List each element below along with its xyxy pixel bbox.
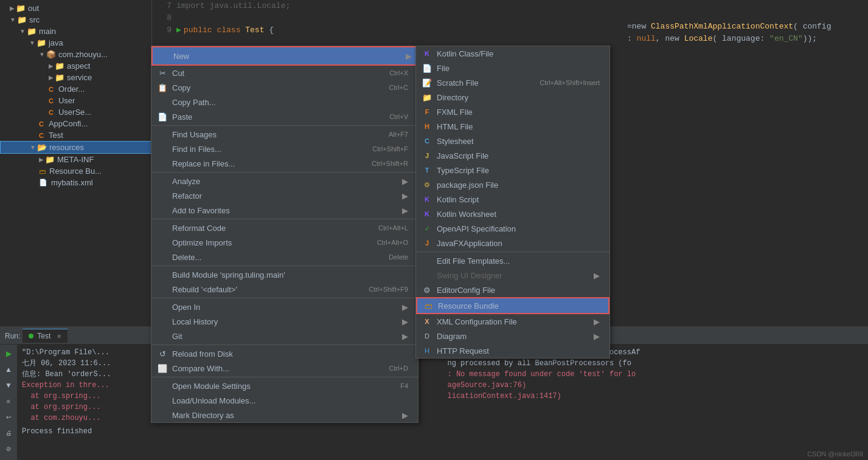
menu-item-add-to-favorites[interactable]: Add to Favorites ▶ (151, 203, 418, 218)
module-settings-icon (156, 381, 168, 391)
run-gutter-icon[interactable]: ▶ (176, 24, 181, 36)
run-filter-btn[interactable]: ≡ (2, 394, 15, 408)
menu-item-analyze[interactable]: Analyze ▶ (151, 174, 418, 188)
tree-item-appconfi[interactable]: C AppConfi... (0, 118, 151, 129)
menu-item-mark-dir[interactable]: Mark Directory as ▶ (151, 408, 418, 422)
sep2 (151, 172, 418, 173)
tree-item-resource-bu[interactable]: 🗃 Resource Bu... (0, 165, 151, 177)
submenu-item-http-request[interactable]: H HTTP Request (416, 343, 609, 358)
run-down-btn[interactable]: ▼ (2, 379, 15, 392)
menu-label-rebuild: Rebuild '<default>' (172, 285, 356, 294)
console-process-finished: Process finished (22, 426, 438, 437)
java-icon-order: C (49, 86, 54, 93)
submenu-item-directory[interactable]: 📁 Directory (416, 90, 609, 105)
tree-item-user[interactable]: C User (0, 95, 151, 106)
copy-icon: 📋 (156, 83, 168, 92)
run-wrap-btn[interactable]: ↩ (2, 410, 15, 424)
menu-item-git[interactable]: Git ▶ (151, 329, 418, 343)
tree-label-java: java (49, 38, 63, 47)
submenu-item-xml-config[interactable]: X XML Configuration File ▶ (416, 314, 609, 329)
menu-item-copy[interactable]: 📋 Copy Ctrl+C (151, 80, 418, 95)
submenu-item-stylesheet[interactable]: C Stylesheet (416, 134, 609, 148)
delete-icon (156, 252, 168, 262)
submenu-item-package-json[interactable]: ⚙ package.json File (416, 177, 609, 192)
line-num-7: 7 (155, 0, 176, 12)
tree-item-java[interactable]: ▼ 📁 java (0, 37, 151, 49)
menu-item-find-in-files[interactable]: Find in Files... Ctrl+Shift+F (151, 142, 418, 156)
tree-item-test[interactable]: C Test (0, 129, 151, 141)
menu-item-compare-with[interactable]: ⬜ Compare With... Ctrl+D (151, 361, 418, 376)
folder-icon-out: 📁 (16, 4, 26, 13)
menu-label-paste: Paste (172, 112, 377, 122)
run-clear-btn[interactable]: ⊘ (2, 442, 15, 455)
menu-item-module-settings[interactable]: Open Module Settings F4 (151, 379, 418, 393)
menu-item-rebuild[interactable]: Rebuild '<default>' Ctrl+Shift+F9 (151, 282, 418, 297)
menu-item-build-module[interactable]: Build Module 'spring.tuling.main' (151, 267, 418, 282)
menu-item-reload[interactable]: ↺ Reload from Disk (151, 346, 418, 361)
tree-label-com: com.zhouyu... (58, 50, 108, 59)
mark-dir-icon (156, 410, 168, 420)
tree-label-resources: resources (49, 143, 84, 152)
tree-item-userse[interactable]: C UserSe... (0, 106, 151, 118)
favorites-icon (156, 205, 168, 215)
analyze-arrow: ▶ (402, 177, 408, 186)
submenu-label-kotlin-script: Kotlin Script (437, 195, 600, 204)
submenu-item-javascript[interactable]: J JavaScript File (416, 148, 609, 163)
code-line-7: 7 import java.util.Locale; (152, 0, 868, 12)
submenu-item-kotlin-script[interactable]: K Kotlin Script (416, 192, 609, 207)
run-play-btn[interactable]: ▶ (2, 347, 15, 360)
menu-item-load-unload[interactable]: Load/Unload Modules... (151, 393, 418, 408)
menu-item-refactor[interactable]: Refactor ▶ (151, 188, 418, 203)
submenu-item-html[interactable]: H HTML File (416, 119, 609, 134)
submenu-item-edit-templates[interactable]: Edit File Templates... (416, 253, 609, 268)
tree-item-out[interactable]: ▶ 📁 out (0, 2, 151, 14)
submenu-item-kotlin-worksheet[interactable]: K Kotlin Worksheet (416, 207, 609, 221)
submenu-item-diagram[interactable]: D Diagram ▶ (416, 329, 609, 343)
tree-item-resources[interactable]: ▼ 📂 resources (0, 141, 151, 154)
menu-item-replace-in-files[interactable]: Replace in Files... Ctrl+Shift+R (151, 156, 418, 171)
new-icon (158, 51, 170, 61)
tree-item-mybatis-xml[interactable]: 📄 mybatis.xml (0, 177, 151, 188)
run-tab[interactable]: Test ✕ (23, 329, 68, 343)
tree-item-com-zhouyu[interactable]: ▼ 📦 com.zhouyu... (0, 49, 151, 60)
submenu-item-typescript[interactable]: T TypeScript File (416, 163, 609, 177)
submenu-item-fxml[interactable]: F FXML File (416, 105, 609, 119)
menu-item-delete[interactable]: Delete... Delete (151, 250, 418, 264)
run-up-btn[interactable]: ▲ (2, 363, 15, 376)
tree-item-aspect[interactable]: ▶ 📁 aspect (0, 60, 151, 72)
submenu-item-openapi[interactable]: ✓ OpenAPI Specification (416, 221, 609, 236)
arrow-meta-inf: ▶ (39, 156, 44, 163)
tree-item-service[interactable]: ▶ 📁 service (0, 72, 151, 83)
submenu-label-editorconfig: EditorConfig File (437, 286, 600, 295)
tree-item-src[interactable]: ▼ 📁 src (0, 14, 151, 26)
console-right-2: ng processed by all BeanPostProcessors (… (448, 358, 864, 369)
build-icon (156, 270, 168, 280)
submenu-item-scratch-file[interactable]: 📝 Scratch File Ctrl+Alt+Shift+Insert (416, 75, 609, 90)
menu-item-local-history[interactable]: Local History ▶ (151, 314, 418, 329)
tree-item-order[interactable]: C Order... (0, 83, 151, 95)
menu-item-paste[interactable]: 📄 Paste Ctrl+V (151, 109, 418, 124)
submenu-item-kotlin-class[interactable]: K Kotlin Class/File (416, 46, 609, 61)
submenu-item-file[interactable]: 📄 File (416, 61, 609, 75)
submenu-item-editorconfig[interactable]: ⚙ EditorConfig File (416, 283, 609, 297)
submenu-item-javafx[interactable]: J JavaFXApplication (416, 236, 609, 250)
find-files-shortcut: Ctrl+Shift+F (372, 145, 408, 153)
menu-label-analyze: Analyze (172, 177, 397, 186)
menu-item-open-in[interactable]: Open In ▶ (151, 300, 418, 314)
run-tab-close-icon[interactable]: ✕ (57, 333, 61, 340)
submenu-item-resource-bundle[interactable]: 🗃 Resource Bundle (416, 297, 609, 314)
tree-item-meta-inf[interactable]: ▶ 📁 META-INF (0, 154, 151, 165)
submenu-label-html: HTML File (437, 122, 600, 131)
tree-item-main[interactable]: ▼ 📁 main (0, 26, 151, 37)
copy-shortcut: Ctrl+C (389, 84, 408, 91)
rebuild-shortcut: Ctrl+Shift+F9 (369, 286, 408, 293)
menu-item-optimize-imports[interactable]: Optimize Imports Ctrl+Alt+O (151, 235, 418, 250)
menu-item-copy-path[interactable]: Copy Path... (151, 95, 418, 109)
menu-item-cut[interactable]: ✂ Cut Ctrl+X (151, 66, 418, 80)
menu-label-copy-path: Copy Path... (172, 98, 408, 107)
menu-item-new[interactable]: New ▶ (151, 46, 418, 66)
menu-item-find-usages[interactable]: Find Usages Alt+F7 (151, 127, 418, 142)
menu-item-reformat-code[interactable]: Reformat Code Ctrl+Alt+L (151, 221, 418, 235)
submenu-label-package-json: package.json File (437, 180, 600, 190)
run-print-btn[interactable]: 🖨 (2, 426, 15, 439)
